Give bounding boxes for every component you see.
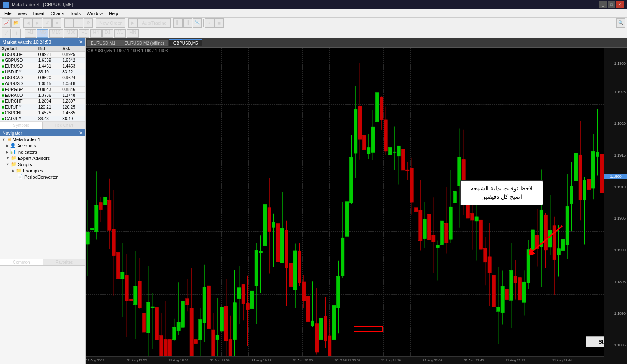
chart-type-bar[interactable]: ▌: [173, 18, 183, 28]
svg-rect-71: [237, 288, 241, 299]
zoom-in-button[interactable]: +: [64, 18, 74, 28]
period-m1[interactable]: M1: [25, 29, 36, 38]
ask-cell: 120.25: [61, 104, 85, 110]
chart-canvas: GBPUSD,M5 1.1907 1.1908 1.1907 1.1908: [86, 48, 627, 364]
back-button[interactable]: ◀: [23, 18, 33, 28]
chart-type-candle[interactable]: ▐: [183, 18, 192, 28]
scripts-icon: 📁: [11, 162, 17, 167]
chart-tab-gbpusd-m5[interactable]: GBPUSD,M5: [169, 39, 202, 46]
nav-item-indicators[interactable]: ▶ 📊 Indicators: [0, 149, 85, 155]
market-watch-table: Symbol Bid Ask USDCHF 0.8921 0.8925 GBPU…: [0, 46, 85, 122]
svg-rect-197: [510, 271, 513, 301]
svg-rect-15: [116, 252, 120, 279]
menu-window[interactable]: Window: [84, 10, 105, 17]
refresh-button[interactable]: ↺: [43, 18, 52, 28]
zoom-out-button[interactable]: -: [74, 18, 83, 28]
svg-rect-101: [302, 282, 306, 301]
market-watch-row[interactable]: EURJPY 120.21 120.25: [0, 104, 85, 110]
properties-button[interactable]: ⚙: [84, 18, 93, 28]
chart-type-line[interactable]: 📉: [193, 18, 202, 28]
new-order-label: New Order: [99, 20, 122, 25]
new-order-button[interactable]: New Order: [96, 18, 125, 28]
nav-tab-common[interactable]: Common: [0, 259, 43, 266]
period-toolbar: ╱ ✛ M1 M5 M15 M30 H1 H4 D1 W1 MN: [0, 28, 627, 38]
market-watch-row[interactable]: EURUSD 1.4451 1.4453: [0, 63, 85, 69]
left-panel: Market Watch: 16:24:53 ✕ Symbol Bid Ask …: [0, 38, 86, 364]
period-w1[interactable]: W1: [114, 29, 126, 38]
menu-tools[interactable]: Tools: [67, 10, 83, 17]
auto-trading-button[interactable]: AutoTrading: [138, 18, 171, 28]
svg-rect-107: [315, 324, 319, 352]
mw-tab-symbols[interactable]: Symbols: [0, 122, 43, 129]
svg-rect-63: [220, 307, 223, 331]
period-h1[interactable]: H1: [79, 29, 89, 38]
menu-help[interactable]: Help: [106, 10, 121, 17]
navigator-close-icon[interactable]: ✕: [79, 130, 83, 136]
new-chart-button[interactable]: 📈: [2, 18, 11, 28]
svg-rect-97: [293, 251, 297, 290]
svg-rect-153: [414, 208, 418, 212]
svg-rect-13: [112, 229, 115, 255]
market-watch-row[interactable]: USDCAD 0.9620 0.9624: [0, 75, 85, 81]
market-watch-row[interactable]: EURGBP 0.8843 0.8846: [0, 87, 85, 93]
grid-button[interactable]: #: [205, 18, 214, 28]
volume-button[interactable]: ◼: [214, 18, 224, 28]
ask-cell: 0.8846: [61, 87, 85, 93]
draw-line-button[interactable]: ╱: [2, 29, 11, 38]
ask-cell: 1.0518: [61, 81, 85, 87]
price-1920: 1.1920: [614, 121, 626, 126]
nav-item-metatrader4[interactable]: ▼ 🖥 MetaTrader 4: [0, 136, 85, 142]
period-m5[interactable]: M5: [37, 29, 48, 38]
svg-rect-129: [362, 135, 366, 150]
nav-item-expert-advisors[interactable]: ▼ 📁 Expert Advisors: [0, 155, 85, 161]
nav-item-examples[interactable]: ▶ 📁 Examples: [0, 167, 85, 174]
period-mn[interactable]: MN: [127, 29, 139, 38]
ask-cell: 0.8925: [61, 52, 85, 58]
crosshair-button[interactable]: ✛: [12, 29, 21, 38]
auto-trading-icon[interactable]: ▶: [128, 18, 138, 28]
period-m15[interactable]: M15: [49, 29, 63, 38]
period-h4[interactable]: H4: [90, 29, 101, 38]
nav-tab-favorites[interactable]: Favorites: [43, 259, 86, 266]
app-icon: [3, 2, 9, 8]
period-m30[interactable]: M30: [64, 29, 78, 38]
market-watch-row[interactable]: CADJPY 86.43 86.49: [0, 116, 85, 122]
chart-tab-eurusd-m2[interactable]: EURUSD,M2 (offline): [120, 40, 168, 46]
svg-rect-31: [151, 307, 154, 308]
menu-charts[interactable]: Charts: [48, 10, 66, 17]
bid-cell: 0.8921: [37, 52, 61, 58]
market-watch-row[interactable]: EURCHF 1.2894 1.2897: [0, 99, 85, 104]
market-watch-row[interactable]: USDJPY 83.19 83.22: [0, 69, 85, 75]
market-watch-row[interactable]: GBPCHF 1.4575 1.4585: [0, 110, 85, 116]
price-1905: 1.1905: [614, 216, 626, 220]
menu-file[interactable]: File: [2, 10, 14, 17]
period-d1[interactable]: D1: [102, 29, 113, 38]
forward-button[interactable]: ▶: [33, 18, 42, 28]
svg-rect-159: [427, 214, 431, 240]
menu-view[interactable]: View: [15, 10, 30, 17]
svg-rect-5: [95, 205, 98, 232]
mw-tab-tick-chart[interactable]: Tick Chart: [43, 122, 85, 129]
menu-insert[interactable]: Insert: [31, 10, 47, 17]
search-button[interactable]: 🔍: [616, 18, 625, 28]
svg-rect-149: [406, 170, 409, 171]
minimize-button[interactable]: _: [599, 1, 607, 8]
chart-tab-eurusd-m1[interactable]: EURUSD,M1: [87, 40, 120, 46]
open-button[interactable]: 📂: [11, 18, 20, 28]
nav-item-accounts[interactable]: ▶ 👤 Accounts: [0, 142, 85, 149]
market-watch-row[interactable]: AUDUSD 1.0515 1.0518: [0, 81, 85, 87]
market-watch-row[interactable]: USDCHF 0.8921 0.8925: [0, 52, 85, 58]
price-1890: 1.1890: [614, 311, 626, 316]
close-button[interactable]: ✕: [616, 1, 624, 8]
market-watch-row[interactable]: EURAUD 1.3736 1.3748: [0, 93, 85, 99]
svg-rect-37: [164, 340, 167, 356]
ask-cell: 86.49: [61, 116, 85, 122]
nav-item-scripts[interactable]: ▼ 📁 Scripts: [0, 161, 85, 167]
stop-button[interactable]: ■: [52, 18, 61, 28]
maximize-button[interactable]: □: [608, 1, 615, 8]
svg-rect-195: [505, 289, 508, 300]
market-watch-close-icon[interactable]: ✕: [79, 39, 83, 45]
price-1925: 1.1925: [614, 90, 626, 94]
market-watch-row[interactable]: GBPUSD 1.6339 1.6342: [0, 58, 85, 63]
nav-item-period-converter[interactable]: 📄 PeriodConverter: [0, 174, 85, 180]
